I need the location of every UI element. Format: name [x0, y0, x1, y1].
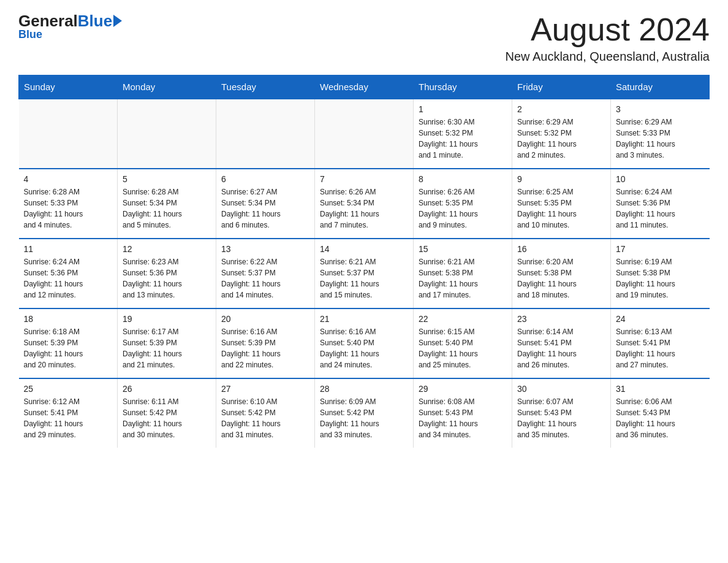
weekday-header: Friday [512, 75, 611, 99]
day-info: Sunrise: 6:09 AM Sunset: 5:42 PM Dayligh… [320, 396, 408, 440]
day-info: Sunrise: 6:16 AM Sunset: 5:39 PM Dayligh… [221, 326, 309, 370]
calendar-day-cell: 1Sunrise: 6:30 AM Sunset: 5:32 PM Daylig… [414, 99, 512, 169]
calendar-day-cell: 22Sunrise: 6:15 AM Sunset: 5:40 PM Dayli… [414, 308, 512, 378]
calendar-day-cell: 11Sunrise: 6:24 AM Sunset: 5:36 PM Dayli… [19, 239, 118, 308]
calendar-week-row: 1Sunrise: 6:30 AM Sunset: 5:32 PM Daylig… [19, 99, 710, 169]
calendar-day-cell: 3Sunrise: 6:29 AM Sunset: 5:33 PM Daylig… [611, 99, 710, 169]
calendar-day-cell [315, 99, 414, 169]
day-number: 7 [320, 174, 408, 184]
calendar-day-cell: 31Sunrise: 6:06 AM Sunset: 5:43 PM Dayli… [611, 378, 710, 448]
day-number: 27 [221, 384, 309, 394]
day-info: Sunrise: 6:29 AM Sunset: 5:33 PM Dayligh… [616, 117, 705, 161]
day-number: 18 [24, 314, 113, 324]
calendar-day-cell: 14Sunrise: 6:21 AM Sunset: 5:37 PM Dayli… [315, 239, 414, 308]
weekday-header: Tuesday [216, 75, 315, 99]
calendar-table: SundayMondayTuesdayWednesdayThursdayFrid… [18, 75, 710, 448]
calendar-day-cell: 29Sunrise: 6:08 AM Sunset: 5:43 PM Dayli… [414, 378, 512, 448]
day-info: Sunrise: 6:18 AM Sunset: 5:39 PM Dayligh… [24, 326, 113, 370]
day-number: 23 [517, 314, 605, 324]
day-info: Sunrise: 6:23 AM Sunset: 5:36 PM Dayligh… [123, 256, 211, 301]
calendar-day-cell: 16Sunrise: 6:20 AM Sunset: 5:38 PM Dayli… [512, 239, 611, 308]
calendar-day-cell: 27Sunrise: 6:10 AM Sunset: 5:42 PM Dayli… [216, 378, 315, 448]
day-number: 22 [419, 314, 507, 324]
calendar-day-cell: 18Sunrise: 6:18 AM Sunset: 5:39 PM Dayli… [19, 308, 118, 378]
day-number: 12 [123, 244, 211, 254]
calendar-day-cell [216, 99, 315, 169]
day-number: 2 [517, 104, 605, 114]
day-info: Sunrise: 6:07 AM Sunset: 5:43 PM Dayligh… [517, 396, 605, 440]
logo-arrow-icon [113, 15, 122, 27]
day-number: 21 [320, 314, 408, 324]
day-info: Sunrise: 6:27 AM Sunset: 5:34 PM Dayligh… [221, 186, 309, 231]
day-info: Sunrise: 6:25 AM Sunset: 5:35 PM Dayligh… [517, 186, 605, 231]
calendar-day-cell: 12Sunrise: 6:23 AM Sunset: 5:36 PM Dayli… [118, 239, 216, 308]
calendar-day-cell: 19Sunrise: 6:17 AM Sunset: 5:39 PM Dayli… [118, 308, 216, 378]
day-number: 11 [24, 244, 113, 254]
calendar-day-cell: 4Sunrise: 6:28 AM Sunset: 5:33 PM Daylig… [19, 169, 118, 239]
day-number: 5 [123, 174, 211, 184]
calendar-day-cell [19, 99, 118, 169]
weekday-header: Sunday [19, 75, 118, 99]
title-block: August 2024 New Auckland, Queensland, Au… [505, 12, 710, 64]
calendar-day-cell: 5Sunrise: 6:28 AM Sunset: 5:34 PM Daylig… [118, 169, 216, 239]
calendar-day-cell: 26Sunrise: 6:11 AM Sunset: 5:42 PM Dayli… [118, 378, 216, 448]
day-info: Sunrise: 6:28 AM Sunset: 5:34 PM Dayligh… [123, 186, 211, 231]
day-info: Sunrise: 6:11 AM Sunset: 5:42 PM Dayligh… [123, 396, 211, 440]
calendar-day-cell [118, 99, 216, 169]
day-info: Sunrise: 6:24 AM Sunset: 5:36 PM Dayligh… [616, 186, 705, 231]
logo-text: GeneralBlue [18, 12, 122, 30]
day-info: Sunrise: 6:21 AM Sunset: 5:37 PM Dayligh… [320, 256, 408, 301]
calendar-day-cell: 7Sunrise: 6:26 AM Sunset: 5:34 PM Daylig… [315, 169, 414, 239]
day-number: 13 [221, 244, 309, 254]
calendar-day-cell: 6Sunrise: 6:27 AM Sunset: 5:34 PM Daylig… [216, 169, 315, 239]
calendar-day-cell: 24Sunrise: 6:13 AM Sunset: 5:41 PM Dayli… [611, 308, 710, 378]
logo-blue-line: Blue [18, 29, 42, 41]
day-number: 19 [123, 314, 211, 324]
day-number: 4 [24, 174, 113, 184]
calendar-title: August 2024 [505, 12, 710, 47]
logo-general: General [18, 12, 78, 30]
day-number: 20 [221, 314, 309, 324]
day-info: Sunrise: 6:29 AM Sunset: 5:32 PM Dayligh… [517, 117, 605, 161]
day-info: Sunrise: 6:26 AM Sunset: 5:34 PM Dayligh… [320, 186, 408, 231]
day-info: Sunrise: 6:22 AM Sunset: 5:37 PM Dayligh… [221, 256, 309, 301]
calendar-day-cell: 13Sunrise: 6:22 AM Sunset: 5:37 PM Dayli… [216, 239, 315, 308]
day-number: 1 [419, 104, 507, 114]
day-info: Sunrise: 6:10 AM Sunset: 5:42 PM Dayligh… [221, 396, 309, 440]
day-info: Sunrise: 6:12 AM Sunset: 5:41 PM Dayligh… [24, 396, 113, 440]
calendar-day-cell: 30Sunrise: 6:07 AM Sunset: 5:43 PM Dayli… [512, 378, 611, 448]
weekday-header: Thursday [414, 75, 512, 99]
calendar-week-row: 4Sunrise: 6:28 AM Sunset: 5:33 PM Daylig… [19, 169, 710, 239]
page-header: GeneralBlue Blue August 2024 New Aucklan… [18, 12, 710, 64]
day-number: 17 [616, 244, 705, 254]
day-number: 16 [517, 244, 605, 254]
day-number: 6 [221, 174, 309, 184]
day-info: Sunrise: 6:14 AM Sunset: 5:41 PM Dayligh… [517, 326, 605, 370]
weekday-header: Saturday [611, 75, 710, 99]
day-number: 9 [517, 174, 605, 184]
day-info: Sunrise: 6:26 AM Sunset: 5:35 PM Dayligh… [419, 186, 507, 231]
logo-blue: Blue [78, 12, 112, 30]
calendar-subtitle: New Auckland, Queensland, Australia [505, 50, 710, 64]
day-info: Sunrise: 6:15 AM Sunset: 5:40 PM Dayligh… [419, 326, 507, 370]
day-number: 29 [419, 384, 507, 394]
day-info: Sunrise: 6:21 AM Sunset: 5:38 PM Dayligh… [419, 256, 507, 301]
day-info: Sunrise: 6:24 AM Sunset: 5:36 PM Dayligh… [24, 256, 113, 301]
calendar-day-cell: 9Sunrise: 6:25 AM Sunset: 5:35 PM Daylig… [512, 169, 611, 239]
calendar-day-cell: 2Sunrise: 6:29 AM Sunset: 5:32 PM Daylig… [512, 99, 611, 169]
day-info: Sunrise: 6:08 AM Sunset: 5:43 PM Dayligh… [419, 396, 507, 440]
day-number: 30 [517, 384, 605, 394]
day-number: 3 [616, 104, 705, 114]
day-info: Sunrise: 6:06 AM Sunset: 5:43 PM Dayligh… [616, 396, 705, 440]
day-number: 28 [320, 384, 408, 394]
day-info: Sunrise: 6:30 AM Sunset: 5:32 PM Dayligh… [419, 117, 507, 161]
weekday-header-row: SundayMondayTuesdayWednesdayThursdayFrid… [19, 75, 710, 99]
calendar-day-cell: 21Sunrise: 6:16 AM Sunset: 5:40 PM Dayli… [315, 308, 414, 378]
calendar-day-cell: 20Sunrise: 6:16 AM Sunset: 5:39 PM Dayli… [216, 308, 315, 378]
day-number: 24 [616, 314, 705, 324]
day-number: 25 [24, 384, 113, 394]
calendar-day-cell: 28Sunrise: 6:09 AM Sunset: 5:42 PM Dayli… [315, 378, 414, 448]
day-number: 10 [616, 174, 705, 184]
weekday-header: Wednesday [315, 75, 414, 99]
day-number: 15 [419, 244, 507, 254]
